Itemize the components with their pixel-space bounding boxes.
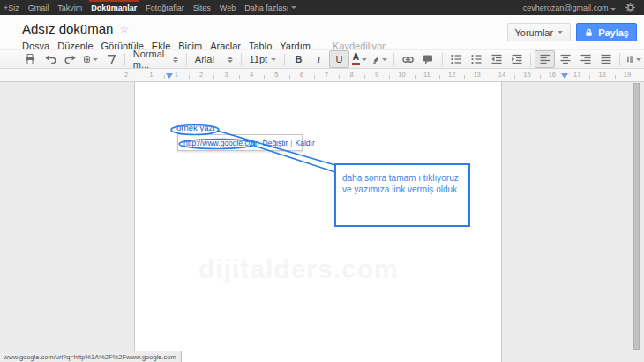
italic-button[interactable]: I — [309, 50, 329, 68]
ruler-left-margin-marker[interactable] — [166, 73, 173, 79]
toolbar-separator — [442, 53, 443, 66]
toolbar-separator — [619, 53, 620, 66]
link-remove-button[interactable]: Kaldır — [296, 139, 315, 147]
browser-status-bar: www.google.com/url?q=http%3A%2F%2Fwww.go… — [0, 351, 182, 362]
toolbar: Normal m... Arial 11pt B I U A — [0, 49, 644, 69]
nav-plus-you[interactable]: +Siz — [4, 0, 19, 15]
vertical-scrollbar[interactable] — [633, 83, 640, 350]
toolbar-separator — [124, 53, 125, 66]
spinner-icon — [228, 57, 233, 63]
gear-icon[interactable] — [621, 0, 639, 15]
bold-button[interactable]: B — [288, 50, 309, 68]
text-color-button[interactable]: A — [349, 50, 370, 68]
align-right-button[interactable] — [575, 50, 595, 68]
doc-title[interactable]: Adsız doküman — [22, 21, 113, 36]
insert-link-button[interactable] — [398, 50, 418, 68]
decrease-indent-button[interactable] — [486, 50, 506, 68]
chevron-down-icon — [636, 58, 641, 61]
comments-button[interactable]: Yorumlar — [507, 23, 572, 41]
font-dropdown[interactable]: Arial — [191, 51, 237, 67]
align-justify-button[interactable] — [595, 50, 616, 68]
nav-documents[interactable]: Dokümanlar — [91, 0, 137, 15]
increase-indent-button[interactable] — [506, 50, 527, 68]
bulleted-list-button[interactable] — [466, 50, 486, 68]
app-root: +Siz Gmail Takvim Dokümanlar Fotoğraflar… — [0, 0, 644, 362]
nav-calendar[interactable]: Takvim — [57, 0, 82, 15]
chevron-down-icon — [362, 58, 367, 61]
chevron-down-icon — [271, 58, 276, 61]
document-link-text[interactable]: örnek yazı — [176, 123, 215, 132]
share-button[interactable]: Paylaş — [576, 23, 637, 41]
numbered-list-button[interactable] — [446, 50, 466, 68]
ruler: 2112345678910111213141516171819 — [0, 69, 644, 82]
link-bubble-divider: | — [290, 139, 292, 147]
web-clipboard-button[interactable] — [80, 50, 101, 68]
chevron-down-icon — [610, 8, 616, 11]
watermark: dijitalders.com — [198, 254, 399, 284]
nav-photos[interactable]: Fotoğraflar — [146, 0, 184, 15]
lock-icon — [584, 27, 594, 38]
nav-sites[interactable]: Sites — [193, 0, 211, 15]
comment-icon — [422, 53, 434, 65]
ruler-right-margin-marker[interactable] — [561, 73, 568, 79]
chevron-down-icon — [93, 58, 98, 61]
toolbar-separator — [530, 53, 531, 66]
star-icon[interactable]: ☆ — [119, 24, 129, 34]
undo-button[interactable] — [40, 50, 60, 68]
doc-header: Adsız doküman ☆ Dosya Düzenle Görüntüle … — [0, 15, 644, 49]
chevron-down-icon — [558, 31, 563, 34]
text-color-icon: A — [352, 53, 360, 65]
toolbar-separator — [186, 53, 187, 66]
align-left-button[interactable] — [535, 50, 555, 68]
link-change-button[interactable]: Değiştir — [263, 139, 288, 147]
google-bar: +Siz Gmail Takvim Dokümanlar Fotoğraflar… — [0, 0, 644, 15]
nav-more[interactable]: Daha fazlası — [244, 0, 296, 15]
toolbar-separator — [393, 53, 394, 66]
google-bar-nav: +Siz Gmail Takvim Dokümanlar Fotoğraflar… — [0, 0, 296, 15]
chevron-down-icon — [382, 58, 387, 61]
document-canvas: dijitalders.com örnek yazı http://www.go… — [0, 81, 644, 362]
insert-comment-button[interactable] — [418, 50, 438, 68]
active-tab-indicator — [89, 0, 139, 2]
nav-web[interactable]: Web — [220, 0, 236, 15]
redo-button[interactable] — [60, 50, 80, 68]
font-size-dropdown[interactable]: 11pt — [245, 51, 281, 67]
toolbar-separator — [241, 53, 242, 66]
chevron-down-icon — [291, 6, 296, 9]
spinner-icon — [173, 57, 178, 63]
account-area: cevherozan@gmail.com — [523, 0, 644, 15]
line-spacing-button[interactable] — [624, 50, 644, 68]
link-bubble: http://www.google.com Değiştir | Kaldır — [177, 134, 303, 151]
account-menu[interactable]: cevherozan@gmail.com — [523, 4, 616, 12]
link-icon — [401, 54, 415, 65]
underline-button[interactable]: U — [329, 50, 349, 68]
highlighter-icon — [372, 54, 380, 65]
align-center-button[interactable] — [555, 50, 575, 68]
toolbar-separator — [284, 53, 285, 66]
callout-text: daha sonra tamam ı tıklıyoruz ve yazımız… — [342, 173, 466, 195]
highlight-color-button[interactable] — [370, 50, 390, 68]
link-bubble-url[interactable]: http://www.google.com — [183, 139, 259, 147]
nav-gmail[interactable]: Gmail — [28, 0, 49, 15]
paint-format-button[interactable] — [101, 50, 121, 68]
styles-dropdown[interactable]: Normal m... — [129, 51, 183, 67]
print-button[interactable] — [19, 50, 40, 68]
